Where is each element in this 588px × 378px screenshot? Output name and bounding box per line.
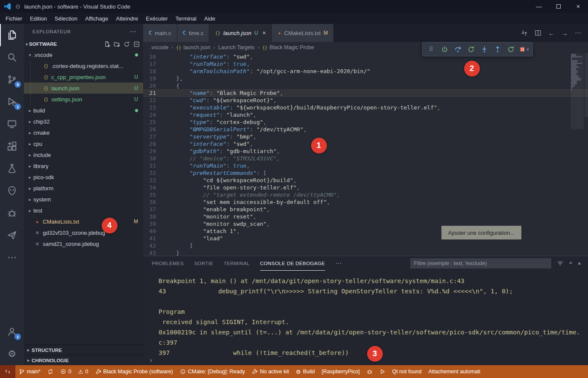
- breadcrumb-item-launch-json[interactable]: {}launch.json: [176, 44, 210, 50]
- code-line-17[interactable]: 17 "runToMain": true,: [143, 60, 588, 68]
- code-line-32[interactable]: 32 "preRestartCommands": [: [143, 169, 588, 177]
- tree-item-samd21-ozone-jdebug[interactable]: ≡samd21_ozone.jdebug: [24, 238, 143, 249]
- section-chronologie[interactable]: ▸CHRONOLOGIE: [24, 355, 143, 365]
- debug-continue-button[interactable]: [438, 43, 451, 55]
- tree-item-cpu[interactable]: ▸cpu: [24, 138, 143, 149]
- tree-item-launch-json[interactable]: {}launch.jsonU: [24, 83, 143, 94]
- panel-tab-sortie[interactable]: SORTIE: [194, 256, 213, 271]
- panel-more-icon[interactable]: ⋯: [335, 260, 342, 267]
- split-editor-button[interactable]: [535, 30, 541, 36]
- status-git-branch[interactable]: main*: [15, 365, 44, 378]
- activity-settings[interactable]: ⚙: [0, 343, 24, 365]
- minimap[interactable]: [571, 54, 584, 91]
- activity-explorer[interactable]: [0, 24, 24, 46]
- menu-item-affichage[interactable]: Affichage: [81, 14, 112, 23]
- status-remote-indicator[interactable]: [0, 365, 15, 378]
- compare-changes-button[interactable]: [521, 30, 528, 36]
- status-qt-status[interactable]: Qt not found: [389, 365, 425, 378]
- code-line-18[interactable]: 18 "armToolchainPath": "/opt/gcc-arm-non…: [143, 68, 588, 75]
- tab-launch-json[interactable]: {}launch.jsonU×: [209, 24, 272, 42]
- code-line-23[interactable]: 23 "executable": "${workspaceRoot}/build…: [143, 104, 588, 111]
- activity-extensions[interactable]: [0, 135, 24, 157]
- menu-item-edition[interactable]: Edition: [26, 14, 51, 23]
- code-line-24[interactable]: 24 "request": "launch",: [143, 111, 588, 118]
- breadcrumb-item-vscode[interactable]: .vscode: [150, 44, 168, 50]
- tab-main-c[interactable]: Cmain.c: [143, 24, 177, 42]
- tree-item-cmakelists-txt[interactable]: ▲CMakeLists.txtM: [24, 216, 143, 227]
- code-line-37[interactable]: 37 "enable breakpoint",: [143, 206, 588, 213]
- tree-item-chip32[interactable]: ▸chip32: [24, 116, 143, 127]
- code-line-21[interactable]: 21 "name": "Black Magic Probe",: [143, 89, 588, 97]
- panel-tab-console-de-debogage[interactable]: CONSOLE DE DÉBOGAGE: [260, 256, 325, 271]
- status-cmake-status[interactable]: CMake: [Debug]: Ready: [176, 365, 248, 378]
- new-file-button[interactable]: [104, 41, 110, 47]
- code-line-42[interactable]: 42 ]: [143, 242, 588, 249]
- code-line-26[interactable]: 26 "BMPGDBSerialPort": "/dev/ttyACM0",: [143, 126, 588, 133]
- editor-scrollbar[interactable]: [585, 53, 588, 117]
- new-folder-button[interactable]: [114, 41, 120, 47]
- status-launch-config[interactable]: Black Magic Probe (software): [92, 365, 176, 378]
- section-structure[interactable]: ▸STRUCTURE: [24, 345, 143, 355]
- code-line-19[interactable]: 19 },: [143, 75, 588, 82]
- tree-item-gd32vf103-ozone-jdebug[interactable]: ≡gd32vf103_ozone.jdebug: [24, 227, 143, 238]
- tree-item-pico-sdk[interactable]: ▸pico-sdk: [24, 171, 143, 183]
- activity-source-control[interactable]: 9: [0, 68, 24, 91]
- minimize-button[interactable]: —: [529, 0, 549, 13]
- status-run-task[interactable]: [376, 365, 389, 378]
- tree-item-cortex-debug-registers-stat[interactable]: {}.cortex-debug.registers.stat...: [24, 60, 143, 71]
- tree-item-test[interactable]: ▸test: [24, 205, 143, 216]
- code-line-38[interactable]: 38 "monitor reset",: [143, 213, 588, 220]
- breadcrumb-item-launch-targets[interactable]: Launch Targets: [218, 44, 254, 50]
- navigate-forward-button[interactable]: →: [562, 30, 568, 37]
- debug-console[interactable]: Breakpoint 1, main () at /mnt/data/git/o…: [143, 271, 588, 365]
- debug-step-over-button[interactable]: [451, 43, 464, 55]
- navigate-back-button[interactable]: ←: [548, 30, 555, 37]
- status-cmake-target[interactable]: [RaspberryPico]: [318, 365, 363, 378]
- add-configuration-button[interactable]: Ajouter une configuration...: [441, 226, 521, 239]
- menu-item-atteindre[interactable]: Atteindre: [112, 14, 142, 23]
- tree-item-library[interactable]: ▸library: [24, 160, 143, 171]
- activity-run-and-debug[interactable]: 1: [0, 91, 24, 113]
- tree-item-platform[interactable]: ▸platform: [24, 183, 143, 194]
- code-line-33[interactable]: 33 "cd ${workspaceRoot}/build",: [143, 177, 588, 184]
- status-problems-warnings[interactable]: ⚠0: [75, 365, 92, 378]
- code-line-36[interactable]: 36 "set mem inaccessible-by-default off"…: [143, 198, 588, 206]
- status-problems-errors[interactable]: 0: [57, 365, 75, 378]
- code-line-28[interactable]: 28 "interface": "swd",: [143, 140, 588, 148]
- activity-remote-explorer[interactable]: [0, 113, 24, 135]
- activity-platformio[interactable]: [0, 180, 24, 202]
- menu-item-terminal[interactable]: Terminal: [172, 14, 200, 23]
- code-line-31[interactable]: 31 "runToMain": true,: [143, 162, 588, 169]
- debug-step-out-button[interactable]: [491, 43, 504, 55]
- explorer-more-icon[interactable]: ⋯: [129, 28, 136, 35]
- panel-tab-problemes[interactable]: PROBLÈMES: [152, 256, 184, 271]
- activity-accounts[interactable]: 1: [0, 321, 24, 343]
- code-line-22[interactable]: 22 "cwd": "${workspaceRoot}",: [143, 97, 588, 104]
- panel-tab-terminal[interactable]: TERMINAL: [223, 256, 250, 271]
- workspace-section-header[interactable]: ▾ SOFTWARE: [24, 39, 143, 49]
- maximize-button[interactable]: [549, 0, 568, 13]
- code-line-25[interactable]: 25 "type": "cortex-debug",: [143, 118, 588, 126]
- tab-time-c[interactable]: Ctime.c: [177, 24, 210, 42]
- status-cmake-kit[interactable]: No active kit: [248, 365, 292, 378]
- tree-item-build[interactable]: ▸build: [24, 105, 143, 116]
- menu-item-executer[interactable]: Exécuter: [142, 14, 171, 23]
- status-cmake-build[interactable]: ⚙Build: [292, 365, 318, 378]
- console-menu-button[interactable]: [557, 260, 564, 267]
- activity-search[interactable]: [0, 46, 24, 68]
- code-line-20[interactable]: 20 {: [143, 82, 588, 89]
- tab-cmakelists-txt[interactable]: ▲CMakeLists.txtM: [272, 24, 334, 42]
- collapse-all-button[interactable]: [133, 41, 140, 47]
- code-line-27[interactable]: 27 "servertype": "bmp",: [143, 133, 588, 140]
- console-prompt-icon[interactable]: ›: [150, 356, 152, 363]
- status-debug-status[interactable]: [363, 365, 376, 378]
- breadcrumb-item-black-magic-probe[interactable]: {}Black Magic Probe: [262, 44, 314, 50]
- close-panel-button[interactable]: ×: [578, 260, 581, 267]
- code-line-43[interactable]: 43 }: [143, 249, 588, 256]
- console-filter-input[interactable]: [410, 258, 551, 269]
- maximize-panel-button[interactable]: ^: [569, 260, 572, 267]
- code-line-35[interactable]: 35 // "target extended-remote /dev/ttyAC…: [143, 191, 588, 198]
- code-line-34[interactable]: 34 "file open-story-teller.elf",: [143, 184, 588, 191]
- activity-more-views[interactable]: ⋯: [0, 246, 24, 269]
- status-sync[interactable]: [44, 365, 57, 378]
